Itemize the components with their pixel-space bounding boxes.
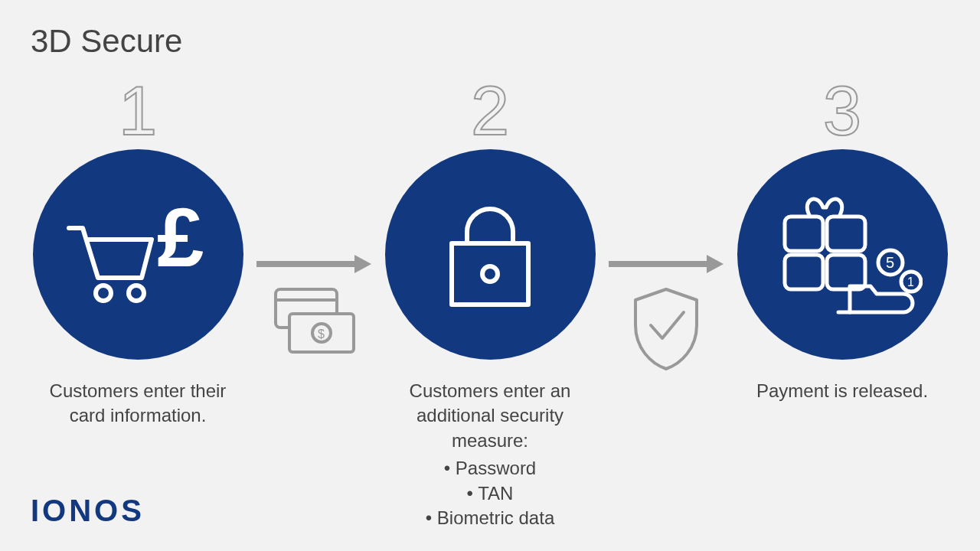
svg-marker-13 xyxy=(707,255,724,273)
bullet-biometric: Biometric data xyxy=(426,506,554,530)
svg-point-11 xyxy=(482,266,498,282)
svg-rect-15 xyxy=(827,217,865,251)
svg-text:1: 1 xyxy=(907,276,914,289)
brand-logo: IONOS xyxy=(31,494,145,528)
svg-point-0 xyxy=(96,285,111,301)
svg-rect-14 xyxy=(785,217,823,251)
diagram-title: 3D Secure xyxy=(31,23,182,60)
svg-text:5: 5 xyxy=(886,254,894,271)
cart-pound-icon: £ xyxy=(61,194,214,316)
step-1-caption: Customers enter their card information. xyxy=(31,379,245,429)
step-2-caption: Customers enter an additional security m… xyxy=(383,379,597,453)
step-3-circle: 5 1 xyxy=(737,149,948,360)
step-1-circle: £ xyxy=(33,149,243,360)
step-2-bullets: Password TAN Biometric data xyxy=(426,456,554,530)
step-number-2: 2 xyxy=(471,77,509,145)
svg-marker-4 xyxy=(354,255,371,273)
bullet-password: Password xyxy=(426,456,554,481)
step-2: 2 Customers enter an additional security… xyxy=(383,77,597,530)
step-3: 3 5 1 xyxy=(735,77,949,403)
connector-1: $ xyxy=(249,253,379,360)
arrow-right-icon xyxy=(609,253,724,276)
svg-point-1 xyxy=(129,285,144,301)
svg-text:£: £ xyxy=(157,194,204,284)
arrow-right-icon xyxy=(256,253,371,276)
step-number-3: 3 xyxy=(823,77,861,145)
gift-hand-icon: 5 1 xyxy=(762,178,923,331)
svg-rect-10 xyxy=(452,243,528,305)
flow-row: 1 £ Customers enter their card informati… xyxy=(0,77,980,530)
cards-money-icon: $ xyxy=(268,283,360,360)
shield-check-icon xyxy=(624,283,708,375)
svg-rect-17 xyxy=(827,255,865,289)
step-1: 1 £ Customers enter their card informati… xyxy=(31,77,245,429)
step-2-circle xyxy=(385,149,596,360)
svg-rect-16 xyxy=(785,255,823,289)
step-3-caption: Payment is released. xyxy=(756,379,928,403)
step-number-1: 1 xyxy=(119,77,157,145)
svg-text:$: $ xyxy=(318,328,325,341)
padlock-icon xyxy=(433,194,547,316)
bullet-tan: TAN xyxy=(426,481,554,506)
connector-2 xyxy=(601,253,731,375)
